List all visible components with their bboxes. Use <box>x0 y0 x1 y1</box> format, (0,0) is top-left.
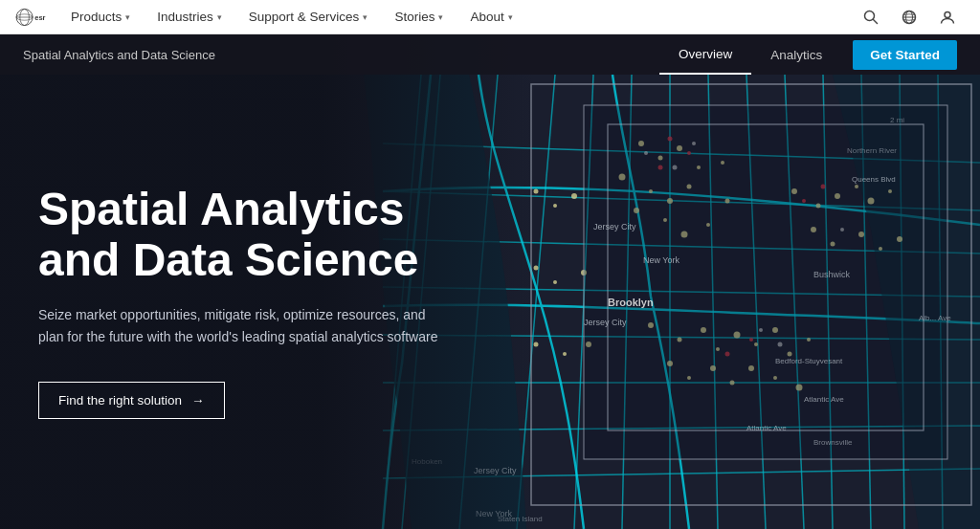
find-solution-button[interactable]: Find the right solution → <box>38 382 225 419</box>
svg-text:Alb... Ave: Alb... Ave <box>919 314 951 322</box>
nav-industries[interactable]: Industries ▾ <box>144 0 235 34</box>
svg-text:Jersey City: Jersey City <box>593 222 636 231</box>
nav-items: Products ▾ Industries ▾ Support & Servic… <box>57 0 854 34</box>
svg-point-77 <box>571 193 577 199</box>
user-icon <box>940 10 955 25</box>
chevron-down-icon: ▾ <box>363 12 368 22</box>
hero-content: Spatial Analytics and Data Science Seize… <box>0 75 498 529</box>
hero-title: Spatial Analytics and Data Science <box>38 185 459 286</box>
sub-nav-title: Spatial Analytics and Data Science <box>23 48 659 62</box>
svg-text:Bedford-Stuyvesant: Bedford-Stuyvesant <box>775 357 843 365</box>
chevron-down-icon: ▾ <box>438 12 443 22</box>
search-button[interactable] <box>854 0 888 34</box>
svg-text:Bushwick: Bushwick <box>813 270 851 279</box>
svg-point-76 <box>553 204 557 208</box>
tab-analytics[interactable]: Analytics <box>751 34 841 75</box>
nav-support-services[interactable]: Support & Services ▾ <box>235 0 382 34</box>
nav-products[interactable]: Products ▾ <box>57 0 144 34</box>
svg-text:Brooklyn: Brooklyn <box>608 297 654 308</box>
nav-right-icons <box>854 0 965 34</box>
svg-point-79 <box>553 280 557 284</box>
svg-text:Northern River: Northern River <box>847 146 897 155</box>
svg-point-10 <box>945 11 950 17</box>
arrow-icon: → <box>191 393 205 408</box>
user-button[interactable] <box>930 0 965 34</box>
svg-text:Atlantic Ave: Atlantic Ave <box>804 395 844 404</box>
chevron-down-icon: ▾ <box>508 12 513 22</box>
svg-text:Atlantic Ave: Atlantic Ave <box>746 424 787 432</box>
svg-text:Jersey City: Jersey City <box>584 318 627 327</box>
svg-text:Brownsville: Brownsville <box>813 438 853 447</box>
chevron-down-icon: ▾ <box>217 12 222 22</box>
hero-subtitle: Seize market opportunities, mitigate ris… <box>38 304 440 347</box>
globe-button[interactable] <box>892 0 926 34</box>
svg-text:esri: esri <box>34 12 46 21</box>
chevron-down-icon: ▾ <box>125 12 130 22</box>
svg-line-6 <box>874 19 878 23</box>
get-started-button[interactable]: Get Started <box>853 40 957 70</box>
svg-rect-98 <box>584 105 947 459</box>
svg-text:Queens Blvd: Queens Blvd <box>852 175 896 184</box>
hero-section: Brooklyn New York Jersey City Jersey Cit… <box>0 0 980 529</box>
nav-about[interactable]: About ▾ <box>457 0 525 34</box>
sub-nav-tabs: Overview Analytics Get Started <box>659 34 957 75</box>
sub-navigation: Spatial Analytics and Data Science Overv… <box>0 34 980 75</box>
esri-logo[interactable]: esri <box>15 8 46 27</box>
top-navigation: esri Products ▾ Industries ▾ Support & S… <box>0 0 980 34</box>
svg-text:New York: New York <box>643 255 680 265</box>
globe-icon <box>902 10 917 25</box>
svg-point-82 <box>563 352 567 356</box>
tab-overview[interactable]: Overview <box>659 34 751 75</box>
search-icon <box>863 10 879 25</box>
nav-stories[interactable]: Stories ▾ <box>381 0 457 34</box>
svg-text:2 mi: 2 mi <box>890 116 904 124</box>
